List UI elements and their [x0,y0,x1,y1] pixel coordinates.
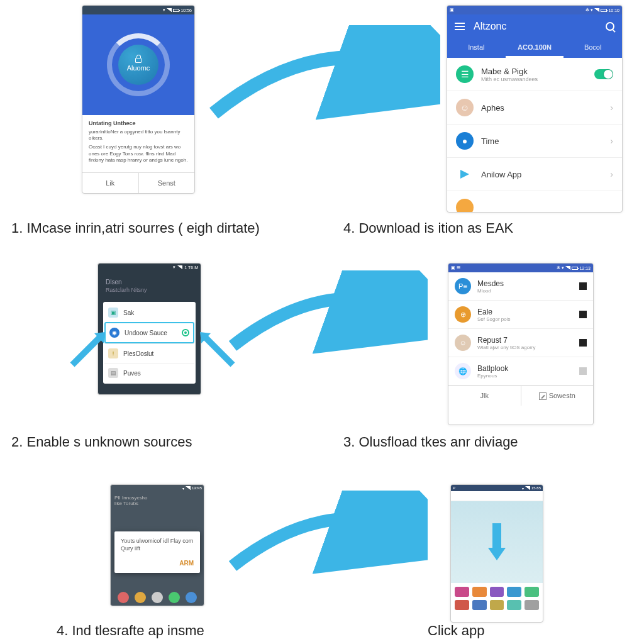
status-bar: P▾15:85 [451,485,543,491]
carrier-icon: ▣ [450,8,454,13]
status-bar: ▾13:N5 [111,485,204,491]
signal-icon [525,486,530,490]
tab-action[interactable]: ACO.100N [506,38,564,58]
caption-step3: 3. Olusfload tkes anr diviage [343,434,518,450]
wifi-icon: ▾ [522,486,524,491]
app-icon[interactable] [152,592,163,603]
app-icon[interactable] [455,587,469,597]
wifi-icon: ▾ [562,265,564,270]
status-time: 12:13 [579,266,591,270]
option-label: PlesOoslut [123,350,153,357]
list-item[interactable]: ☺ Repust 7Wiatl ajwr ony tiOS agorry [448,329,593,357]
app-bar: Altzonc Instal ACO.100N Bocol [447,14,622,58]
hero-area: Aluomc [82,14,194,115]
download-region[interactable] [451,501,543,583]
app-icon[interactable] [525,600,539,610]
app-icon[interactable] [135,592,146,603]
status-time: 13:N5 [192,486,202,490]
card-text1: yurarinitioNer a opgyned titto you Isann… [89,129,188,142]
dialog-buttons: Lik Senst [82,172,194,193]
avatar-icon: ☺ [456,99,474,116]
phone-step4-top: ▣ ✻ ▾ 10:10 Altzonc Instal ACO.100N Boco… [447,5,623,213]
file-icon: P≡ [455,278,471,294]
card-title: Untating Unthece [89,120,188,128]
chevron-right-icon: › [610,169,613,179]
item-title: Mabe & Pigk [481,67,594,76]
cancel-button[interactable]: Lik [82,173,139,193]
search-icon[interactable] [606,22,614,31]
signal-icon [167,8,172,12]
checkbox[interactable] [579,282,587,290]
app-icon[interactable] [525,587,539,597]
modal-confirm-button[interactable]: ARM [121,560,194,567]
arrow-2-to-3 [220,270,428,371]
list-item[interactable]: ☰ Mabe & PigkMith ec usrnawandees [447,58,622,91]
status-bar: ▣ ✻ ▾ 10:10 [447,6,622,14]
item-sub: Sef Sogor pols [477,316,579,322]
list-item[interactable]: ● Time › [447,125,622,158]
tab-local[interactable]: Bocol [564,38,622,58]
wifi-icon: ▾ [163,8,165,13]
save-icon [539,392,547,400]
info-card: Untating Unthece yurarinitioNer a opgyne… [82,115,194,169]
save-button[interactable]: Sowestn [521,386,594,406]
cancel-button[interactable]: Jlk [448,386,521,406]
option-unknown-sources[interactable]: ◉ Undoow Sauce [104,322,194,343]
shield-icon: ◉ [109,328,119,338]
carrier-icon: ▣ ☰ [451,265,460,270]
status-bar: ▾ 10:56 [82,6,194,14]
play-store-icon [456,165,474,183]
lock-icon [135,58,142,63]
signal-icon [177,265,182,269]
app-icon[interactable] [455,600,469,610]
option-item[interactable]: ! PlesOoslut [104,343,194,363]
tab-install[interactable]: Instal [447,38,506,58]
item-sub: Epynous [477,373,579,379]
signal-icon [594,8,599,12]
list-item[interactable]: Anilow App › [447,158,622,191]
status-time: 1 T6:M [184,265,198,270]
status-bar: ▣ ☰ ✻▾12:13 [448,264,593,272]
toggle-switch[interactable] [594,69,613,79]
app-icon[interactable] [472,587,487,597]
app-icon[interactable] [169,592,180,603]
wifi-icon: ▾ [182,486,184,491]
carrier-icon: P [453,486,455,490]
app-title: Altzonc [474,21,597,32]
phone-step1: ▾ 10:56 Aluomc Untating Unthece yurarini… [82,5,195,194]
option-item[interactable]: ▤ Puves [104,363,194,382]
app-icon[interactable] [507,587,521,597]
tab-bar: Instal ACO.100N Bocol [447,38,622,58]
checkbox[interactable] [579,339,587,347]
item-title: Repust 7 [477,336,579,345]
item-title: Eale [477,308,579,316]
list-item[interactable]: ☺ Aphes › [447,91,622,125]
app-grid [451,583,543,614]
app-icon[interactable] [186,592,197,603]
checkbox[interactable] [579,311,587,318]
list-item[interactable]: 🌐 BatlplookEpynous [448,357,593,386]
phone-step6: P▾15:85 [450,484,543,623]
item-sub: Wiatl ajwr ony tiOS agorry [477,345,579,350]
progress-dial: Aluomc [107,33,170,96]
modal-message: Youts ulwomicof idl Flay com Qury iift [121,538,194,552]
confirm-button[interactable]: Senst [139,173,195,193]
list-item[interactable]: ⊕ EaleSef Sogor pols [448,301,593,329]
option-item[interactable]: ▣ Sak [104,303,194,322]
signal-icon [565,266,570,270]
app-icon[interactable] [472,600,487,610]
radio-on-icon [182,329,189,336]
app-icon[interactable] [118,592,129,603]
app-dock [111,592,204,603]
download-arrow-icon [484,520,509,564]
menu-icon[interactable] [455,23,465,30]
checkbox[interactable] [579,367,587,375]
phone-step3: ▣ ☰ ✻▾12:13 P≡ MesdesMlood ⊕ EaleSef Sog… [448,263,594,425]
list-item[interactable]: P≡ MesdesMlood [448,272,593,301]
disc-icon: ⊕ [455,306,471,323]
app-icon[interactable] [490,587,504,597]
chevron-right-icon: › [610,103,613,113]
app-icon[interactable] [507,600,521,610]
option-label: Puves [123,370,141,377]
app-icon[interactable] [490,600,504,610]
